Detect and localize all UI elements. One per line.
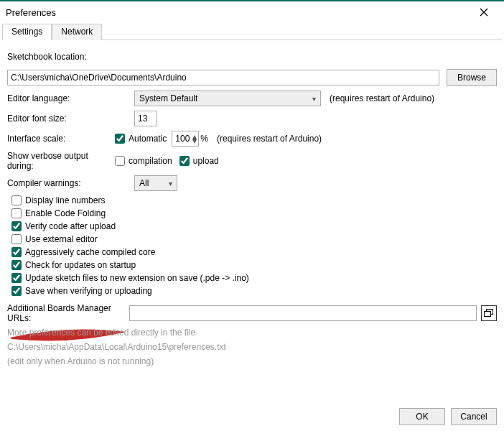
spinner-arrows-icon: ▴▾ bbox=[192, 134, 197, 143]
chevron-down-icon: ▾ bbox=[312, 95, 316, 103]
label-boards-url: Additional Boards Manager URLs: bbox=[7, 303, 129, 323]
browse-button[interactable]: Browse bbox=[447, 69, 497, 86]
boards-url-input[interactable] bbox=[129, 305, 477, 321]
cancel-button[interactable]: Cancel bbox=[451, 408, 497, 425]
dialog-buttons: OK Cancel bbox=[0, 402, 504, 431]
interface-scale-spinner[interactable]: 100 ▴▾ bbox=[172, 131, 199, 147]
label-compilation: compilation bbox=[129, 156, 172, 166]
tabs: Settings Network bbox=[2, 23, 502, 40]
footnote-line3: (edit only when Arduino is not running) bbox=[7, 356, 497, 366]
label-interface-scale: Interface scale: bbox=[7, 134, 115, 144]
sketch-location-input[interactable] bbox=[7, 70, 439, 85]
footnote-line2: C:\Users\micha\AppData\Local\Arduino15\p… bbox=[7, 342, 497, 352]
label-upload: upload bbox=[193, 156, 219, 166]
close-button[interactable] bbox=[470, 2, 498, 22]
tab-settings[interactable]: Settings bbox=[2, 24, 52, 40]
label-percent: % bbox=[200, 134, 208, 144]
label-cache-compiled: Aggressively cache compiled core bbox=[25, 247, 155, 257]
window-title: Preferences bbox=[6, 7, 56, 18]
display-line-numbers-checkbox[interactable] bbox=[11, 195, 22, 205]
boards-url-expand-button[interactable] bbox=[481, 305, 497, 321]
label-sketch-location: Sketchbook location: bbox=[7, 52, 115, 62]
window-stack-icon bbox=[484, 309, 494, 318]
footnote: More preferences can be edited directly … bbox=[7, 328, 497, 366]
verify-upload-checkbox[interactable] bbox=[11, 221, 22, 231]
label-code-folding: Enable Code Folding bbox=[25, 208, 106, 218]
label-verify-upload: Verify code after upload bbox=[25, 221, 116, 231]
label-automatic: Automatic bbox=[129, 134, 167, 144]
ok-button[interactable]: OK bbox=[399, 408, 445, 425]
label-update-extension: Update sketch files to new extension on … bbox=[25, 273, 249, 283]
settings-panel: Sketchbook location: Browse Editor langu… bbox=[0, 40, 504, 402]
titlebar: Preferences bbox=[0, 1, 504, 23]
cache-compiled-checkbox[interactable] bbox=[11, 247, 22, 257]
label-save-verify: Save when verifying or uploading bbox=[25, 286, 152, 296]
compiler-warnings-value: All bbox=[139, 178, 149, 188]
external-editor-checkbox[interactable] bbox=[11, 234, 22, 244]
tab-network[interactable]: Network bbox=[52, 24, 102, 40]
label-verbose: Show verbose output during: bbox=[7, 151, 115, 171]
automatic-checkbox[interactable] bbox=[115, 134, 125, 144]
label-check-updates: Check for updates on startup bbox=[25, 260, 136, 270]
code-folding-checkbox[interactable] bbox=[11, 208, 22, 218]
upload-checkbox[interactable] bbox=[179, 156, 190, 166]
interface-scale-value: 100 bbox=[175, 134, 190, 144]
check-updates-checkbox[interactable] bbox=[11, 260, 22, 270]
chevron-down-icon: ▾ bbox=[169, 180, 172, 187]
editor-language-value: System Default bbox=[139, 93, 197, 103]
label-compiler-warnings: Compiler warnings: bbox=[7, 178, 134, 188]
update-extension-checkbox[interactable] bbox=[11, 273, 22, 283]
font-size-input[interactable] bbox=[134, 111, 157, 126]
label-display-line-numbers: Display line numbers bbox=[25, 195, 105, 205]
compilation-checkbox[interactable] bbox=[115, 156, 125, 166]
close-icon bbox=[480, 8, 488, 17]
label-editor-language: Editor language: bbox=[7, 93, 134, 103]
language-hint: (requires restart of Arduino) bbox=[330, 93, 434, 103]
footnote-line1: More preferences can be edited directly … bbox=[7, 328, 497, 338]
editor-language-dropdown[interactable]: System Default ▾ bbox=[134, 91, 321, 106]
label-font-size: Editor font size: bbox=[7, 113, 134, 124]
scale-hint: (requires restart of Arduino) bbox=[217, 134, 322, 144]
label-external-editor: Use external editor bbox=[25, 234, 98, 244]
compiler-warnings-dropdown[interactable]: All ▾ bbox=[134, 175, 177, 191]
save-verify-checkbox[interactable] bbox=[11, 286, 22, 296]
